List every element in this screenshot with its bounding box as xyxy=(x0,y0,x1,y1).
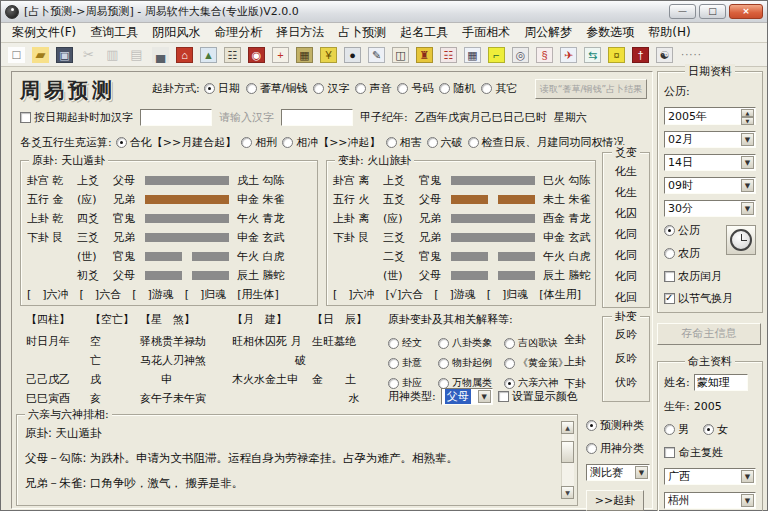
chevron-down-icon[interactable]: ▼ xyxy=(478,390,491,403)
chevron-down-icon[interactable]: ▼ xyxy=(741,494,754,507)
person-desk-icon[interactable]: ◫ xyxy=(389,44,412,65)
predict-kind-radio[interactable]: 预测种类 xyxy=(586,418,644,433)
new-file-icon[interactable]: □ xyxy=(5,44,28,65)
save-icon[interactable]: ▣ xyxy=(53,44,76,65)
province-dropdown[interactable]: 广西 ▼ xyxy=(664,468,756,485)
minimize-button[interactable]: — xyxy=(669,4,696,19)
female-radio[interactable]: 女 xyxy=(703,422,728,437)
copy-icon[interactable]: ▥ xyxy=(101,44,124,65)
leap-month-checkbox[interactable]: 农历闰月 xyxy=(664,269,722,284)
chevron-down-icon[interactable]: ▼ xyxy=(741,179,754,192)
compound-surname-checkbox[interactable]: 命主复姓 xyxy=(664,445,756,460)
spin-up-icon[interactable]: ▲ xyxy=(741,109,754,117)
menu-item[interactable]: 择日方法 xyxy=(269,22,331,43)
menu-item[interactable]: 占卜预测 xyxy=(331,22,393,43)
hour-dropdown[interactable]: 09时 ▼ xyxy=(664,177,756,194)
coin-icon[interactable]: ☯ xyxy=(653,44,676,65)
scope-label[interactable]: 全卦 xyxy=(564,332,586,347)
solar-calendar-radio[interactable]: 公历 xyxy=(664,223,700,238)
cast-method-option[interactable]: 蓍草/铜钱 xyxy=(246,81,308,96)
landscape-icon[interactable]: ▲ xyxy=(197,44,220,65)
cast-method-option[interactable]: 其它 xyxy=(481,81,517,96)
writing-icon[interactable]: ✎ xyxy=(365,44,388,65)
minute-dropdown[interactable]: 30分 ▼ xyxy=(664,200,756,217)
scroll-up-icon[interactable]: ▲ xyxy=(561,421,574,434)
menu-item[interactable]: 起名工具 xyxy=(393,22,455,43)
cast-method-option[interactable]: 声音 xyxy=(355,81,391,96)
day-dropdown[interactable]: 14日 ▼ xyxy=(664,154,756,171)
plane-icon[interactable]: ✈ xyxy=(557,44,580,65)
add-hanzi-checkbox[interactable]: 按日期起卦时加汉字 xyxy=(20,110,133,125)
chevron-down-icon[interactable]: ▼ xyxy=(741,202,754,215)
grid-icon[interactable]: ☷ xyxy=(221,44,244,65)
menu-item[interactable]: 帮助(H) xyxy=(641,22,697,43)
month-dropdown[interactable]: 02月 ▼ xyxy=(664,131,756,148)
toolbar-overflow[interactable]: ····· xyxy=(681,49,702,60)
menu-item[interactable]: 案例文件(F) xyxy=(5,22,83,43)
wuxing-option[interactable]: 合化【>>月建合起】 xyxy=(116,135,236,150)
menu-item[interactable]: 周公解梦 xyxy=(517,22,579,43)
predict-type-dropdown[interactable]: 测比赛 ▼ xyxy=(586,464,650,481)
menu-item[interactable]: 阴阳风水 xyxy=(145,22,207,43)
cast-method-option[interactable]: 随机 xyxy=(439,81,475,96)
crystal-ball-icon[interactable]: ● xyxy=(341,44,364,65)
clock-button[interactable] xyxy=(726,225,756,255)
building-icon[interactable]: ▦ xyxy=(293,44,316,65)
chevron-down-icon[interactable]: ▼ xyxy=(635,466,648,479)
cast-method-option[interactable]: 日期 xyxy=(204,81,240,96)
lunar-calendar-radio[interactable]: 农历 xyxy=(664,246,700,261)
temple-icon[interactable]: ♜ xyxy=(413,44,436,65)
interpretation-option[interactable]: 物卦起例 xyxy=(438,356,504,370)
cut-icon[interactable]: ✂ xyxy=(77,44,100,65)
menu-item[interactable]: 参数选项 xyxy=(579,22,641,43)
figure-red-icon[interactable]: † xyxy=(629,44,652,65)
scrollbar-thumb[interactable] xyxy=(561,441,574,463)
menu-item[interactable]: 手面相术 xyxy=(455,22,517,43)
house-icon[interactable]: ⌂ xyxy=(173,44,196,65)
wuxing-option[interactable]: 相刑 xyxy=(241,135,277,150)
menu-item[interactable]: 命理分析 xyxy=(207,22,269,43)
arrows-icon[interactable]: ⇆ xyxy=(581,44,604,65)
city-dropdown[interactable]: 梧州 ▼ xyxy=(664,492,756,509)
spin-down-icon[interactable]: ▼ xyxy=(741,117,754,125)
open-folder-icon[interactable]: ▰ xyxy=(29,44,52,65)
scrollbar[interactable]: ▲ ▼ xyxy=(561,421,574,499)
name-input[interactable] xyxy=(694,374,748,391)
chevron-down-icon[interactable]: ▼ xyxy=(741,156,754,169)
display-color-checkbox[interactable]: 设置显示颜色 xyxy=(498,389,578,404)
scope-label[interactable]: 上卦 xyxy=(564,354,586,369)
wuxing-option[interactable]: 检查日辰、月建同功同权情况 xyxy=(468,135,625,150)
qigua-button[interactable]: >>起卦 xyxy=(586,490,644,511)
moneybag-icon[interactable]: ¥ xyxy=(317,44,340,65)
stamp-icon[interactable]: ◎ xyxy=(509,44,532,65)
yongshen-type-dropdown[interactable]: 父母 ▼ xyxy=(441,388,493,405)
menu-item[interactable]: 查询工具 xyxy=(83,22,145,43)
wuxing-option[interactable]: 六破 xyxy=(427,135,463,150)
wuxing-option[interactable]: 相害 xyxy=(386,135,422,150)
maximize-button[interactable]: □ xyxy=(699,4,726,19)
hanzi-input-1[interactable] xyxy=(140,109,212,126)
dragon-icon[interactable]: § xyxy=(533,44,556,65)
chevron-down-icon[interactable]: ▼ xyxy=(741,470,754,483)
interpretation-option[interactable]: 经文 xyxy=(388,336,438,350)
read-result-button[interactable]: 读取“蓍草/铜钱”占卜结果 xyxy=(535,79,647,99)
cast-method-option[interactable]: 号码 xyxy=(397,81,433,96)
grid-3d-icon[interactable]: ▦ xyxy=(461,44,484,65)
hanzi-input-2[interactable] xyxy=(281,109,353,126)
yongshen-class-radio[interactable]: 用神分类 xyxy=(586,441,644,456)
grid-red-icon[interactable]: ☷ xyxy=(437,44,460,65)
scroll-down-icon[interactable]: ▼ xyxy=(561,486,574,499)
save-owner-button[interactable]: 存命主信息 xyxy=(657,323,761,345)
interpretation-option[interactable]: 卦意 xyxy=(388,356,438,370)
cast-method-option[interactable]: 汉字 xyxy=(313,81,349,96)
paste-icon[interactable]: ▤ xyxy=(125,44,148,65)
faucet-icon[interactable]: ⌐ xyxy=(485,44,508,65)
male-radio[interactable]: 男 xyxy=(664,422,689,437)
interpretation-option[interactable]: 八卦类象 xyxy=(438,336,504,350)
jieqi-checkbox[interactable]: 以节气换月 xyxy=(664,291,733,306)
star-icon[interactable]: + xyxy=(269,44,292,65)
original-gua-flags[interactable]: [ ]六冲 [ ]六合 [ ]游魂 [ ]归魂 [用生体] xyxy=(27,287,279,302)
close-button[interactable]: × xyxy=(729,4,763,19)
key-icon[interactable]: ¤ xyxy=(605,44,628,65)
print-icon[interactable]: ▄ xyxy=(149,44,172,65)
